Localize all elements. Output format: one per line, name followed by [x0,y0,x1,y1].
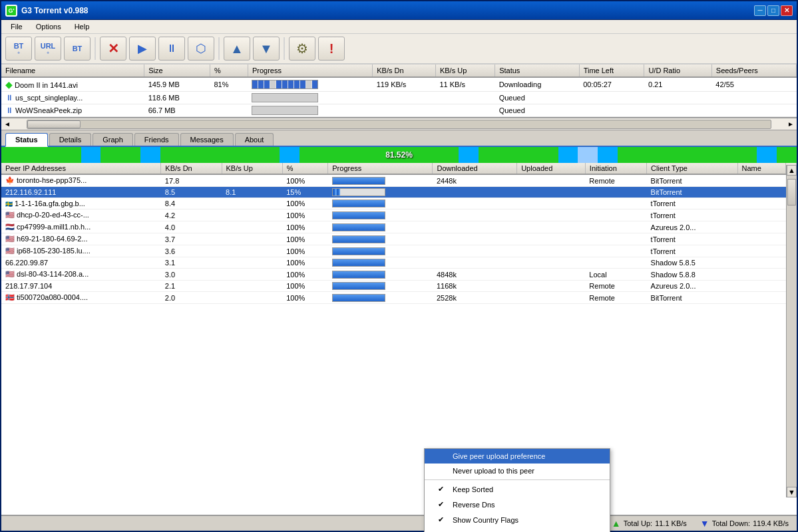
peer-name [737,245,785,257]
table-row[interactable]: ◆ Doom II in 1441.avi 145.9 MB 81% [1,77,797,92]
ctx-copy-address[interactable]: Copy address [425,527,610,532]
peer-ip: 🍁 toronto-hse-ppp375... [1,174,161,187]
peer-kbs-up [222,245,282,257]
col-filename[interactable]: Filename [1,65,144,77]
scroll-right-button[interactable]: ► [785,120,797,128]
col-kbs-dn[interactable]: KB/s Dn [373,65,436,77]
scroll-track[interactable] [787,176,797,487]
pause-button[interactable]: ⏸ [158,37,185,61]
close-button[interactable]: ✕ [781,5,793,16]
table-row[interactable]: 🇺🇸 ip68-105-230-185.lu.... 3.6 100% tTor… [1,245,797,257]
menu-help[interactable]: Help [69,21,95,32]
peer-pct: 100% [282,269,328,281]
scroll-left-button[interactable]: ◄ [1,120,13,128]
ctx-keep-sorted[interactable]: ✔ Keep Sorted [425,481,610,497]
scroll-thumb[interactable] [27,120,81,128]
table-row[interactable]: ⏸ WoWSneakPeek.zip 66.7 MB Queued [1,104,797,117]
table-row[interactable]: 66.220.99.87 3.1 100% Shadow 5.8.5 [1,257,797,269]
ctx-show-country-flags[interactable]: ✔ Show Country Flags [425,512,610,527]
col-progress[interactable]: Progress [248,65,372,77]
table-row[interactable]: 🇳🇱 cp47999-a.mill1.nb.h... 4.0 100% Azur… [1,221,797,233]
table-row[interactable]: 🇸🇪 1-1-1-16a.gfa.gbg.b... 8.4 100% tTorr… [1,198,797,209]
add-url-button[interactable]: URL + [35,37,61,61]
settings-button[interactable]: ⚙ [289,37,315,61]
col-peer-pct[interactable]: % [282,163,328,174]
flag-us2-icon: 🇺🇸 [5,235,15,243]
ctx-give-upload-pref[interactable]: Give peer upload preference [425,449,610,464]
peer-kbs-dn: 3.1 [161,257,222,269]
maximize-button[interactable]: □ [767,5,779,16]
col-kbs-up[interactable]: KB/s Up [435,65,495,77]
table-row[interactable]: 🇳🇴 ti500720a080-0004.... 2.0 100% 2528k … [1,292,797,304]
col-peer-initiation[interactable]: Initiation [585,163,646,174]
torrent-kbs-up [435,104,495,117]
tab-graph[interactable]: Graph [93,133,133,146]
peer-downloaded [433,221,517,233]
vertical-scrollbar[interactable]: ▲ ▼ [786,165,797,497]
peer-kbs-dn: 3.0 [161,269,222,281]
menu-options[interactable]: Options [31,21,67,32]
col-status[interactable]: Status [495,65,579,77]
peer-initiation [585,198,646,209]
scroll-thumb[interactable] [787,179,796,205]
scroll-down-button[interactable]: ▼ [787,487,797,497]
tab-friends[interactable]: Friends [134,133,179,146]
horizontal-scrollbar[interactable]: ◄ ► [1,118,797,130]
table-row[interactable]: 🇺🇸 dsl-80-43-114-208.a... 3.0 100% 4848k… [1,269,797,281]
table-row[interactable]: 218.17.97.104 2.1 100% 1168k Remote Azur… [1,281,797,292]
peer-downloaded: 2448k [433,174,517,187]
status-icon: ◆ [5,79,13,90]
flag-us3-icon: 🇺🇸 [5,247,15,255]
tab-status[interactable]: Status [5,133,48,147]
col-peer-kbs-dn[interactable]: KB/s Dn [161,163,222,174]
scroll-up-button[interactable]: ▲ [787,165,797,176]
peer-uploaded [517,292,586,304]
add-torrent-button[interactable]: BT + [5,37,32,61]
col-time-left[interactable]: Time Left [579,65,644,77]
torrent-progress [248,104,372,117]
peer-uploaded [517,281,586,292]
peer-pct: 100% [282,281,328,292]
col-peer-uploaded[interactable]: Uploaded [517,163,586,174]
remove-button[interactable]: ✕ [100,37,126,61]
peer-kbs-dn: 8.5 [161,187,222,198]
col-ud-ratio[interactable]: U/D Ratio [644,65,711,77]
minimize-button[interactable]: ─ [754,5,766,16]
col-peer-downloaded[interactable]: Downloaded [433,163,517,174]
peers-table-wrapper[interactable]: Peer IP Addresses KB/s Dn KB/s Up % Prog… [1,163,797,304]
col-peer-ip[interactable]: Peer IP Addresses [1,163,161,174]
table-row[interactable]: 🇺🇸 dhcp-0-20-ed-43-cc-... 4.2 100% tTorr… [1,209,797,221]
scroll-track[interactable] [27,120,771,129]
col-percent[interactable]: % [210,65,248,77]
col-size[interactable]: Size [144,65,210,77]
ctx-never-upload[interactable]: Never upload to this peer [425,464,610,478]
tab-messages[interactable]: Messages [180,133,234,146]
tab-details[interactable]: Details [49,133,92,146]
table-row[interactable]: 🇺🇸 h69-21-180-64.69-2... 3.7 100% tTorre… [1,233,797,245]
col-peer-name[interactable]: Name [737,163,785,174]
peer-kbs-dn: 8.4 [161,198,222,209]
torrent-kbs-dn [373,92,436,104]
menu-file[interactable]: File [5,21,28,32]
peer-downloaded [433,187,517,198]
peer-ip: 212.116.92.111 [1,187,161,198]
table-row[interactable]: 212.116.92.111 8.5 8.1 15% BitTorrent [1,187,797,198]
col-peer-client[interactable]: Client Type [647,163,737,174]
tab-about[interactable]: About [235,133,274,146]
stop-button[interactable]: ⬡ [188,37,214,61]
table-row[interactable]: ⏸ us_scpt_singleplay... 118.6 MB Queued [1,92,797,104]
start-button[interactable]: ▶ [129,37,156,61]
col-peer-kbs-up[interactable]: KB/s Up [222,163,282,174]
alert-button[interactable]: ! [318,37,345,61]
add-bt-button[interactable]: BT [64,37,91,61]
ctx-reverse-dns[interactable]: ✔ Reverse Dns [425,497,610,512]
peer-initiation [585,245,646,257]
torrent-time-left: 00:05:27 [579,77,644,92]
col-seeds-peers[interactable]: Seeds/Peers [711,65,796,77]
peer-client: tTorrent [647,198,737,209]
flag-se-icon: 🇸🇪 [5,201,13,207]
table-row[interactable]: 🍁 toronto-hse-ppp375... 17.8 100% 2448k … [1,174,797,187]
col-peer-progress[interactable]: Progress [328,163,433,174]
queue-up-button[interactable]: ▲ [224,37,250,61]
queue-down-button[interactable]: ▼ [253,37,280,61]
